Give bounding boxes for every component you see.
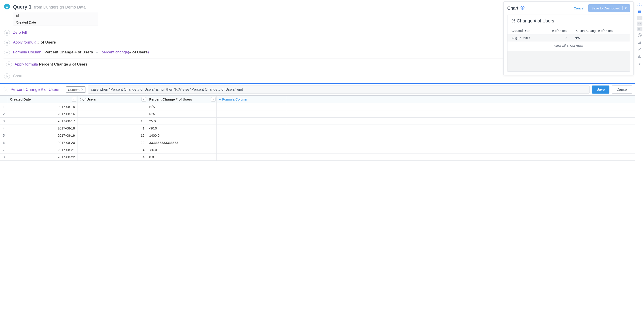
close-icon[interactable]: ✕ bbox=[81, 87, 84, 92]
datasource-icon bbox=[4, 3, 10, 9]
cell-pct[interactable]: 25.0 bbox=[147, 117, 216, 125]
save-to-dashboard-label: Save to Dashboard bbox=[592, 6, 620, 10]
cell-pct[interactable]: 0.0 bbox=[147, 153, 216, 160]
card-12plus-icon[interactable]: 12+ bbox=[637, 21, 642, 25]
cell-users[interactable]: 0 bbox=[77, 103, 147, 110]
cell-pct[interactable]: N/A bbox=[147, 103, 216, 110]
formula-name[interactable]: Percent Change # of Users bbox=[10, 87, 59, 92]
cell-pct[interactable]: 1400.0 bbox=[147, 132, 216, 139]
save-button[interactable]: Save bbox=[592, 85, 610, 94]
chart-step-label: Chart bbox=[13, 74, 22, 78]
cell-empty bbox=[216, 125, 286, 132]
col-header-pct[interactable]: Percent Change # of Users▾ bbox=[147, 96, 216, 103]
cell-users[interactable]: 20 bbox=[77, 139, 147, 146]
cell-users[interactable]: 8 bbox=[77, 110, 147, 117]
chevron-down-icon[interactable]: ▾ bbox=[211, 97, 216, 102]
svg-point-0 bbox=[6, 5, 8, 6]
chart-cell-users: 0 bbox=[542, 34, 570, 41]
fx-icon: fx bbox=[6, 61, 12, 67]
cell-empty bbox=[216, 110, 286, 117]
cell-empty bbox=[286, 132, 635, 139]
formula-type-chip[interactable]: Custom ✕ bbox=[66, 86, 86, 93]
svg-rect-5 bbox=[638, 12, 641, 13]
cell-users[interactable]: 4 bbox=[77, 153, 147, 160]
row-number: 2 bbox=[0, 110, 8, 117]
row-number: 3 bbox=[0, 117, 8, 125]
cell-date[interactable]: 2017-08-15 bbox=[8, 103, 77, 110]
pie-chart-icon[interactable] bbox=[637, 32, 643, 38]
cell-pct[interactable]: N/A bbox=[147, 110, 216, 117]
cell-empty bbox=[286, 139, 635, 146]
cell-date[interactable]: 2017-08-20 bbox=[8, 139, 77, 146]
chart-col-users: # of Users bbox=[542, 27, 570, 34]
chart-col-pct: Percent Change # of Users bbox=[570, 27, 630, 34]
cell-pct[interactable]: -80.0 bbox=[147, 146, 216, 153]
cell-date[interactable]: 2017-08-22 bbox=[8, 153, 77, 160]
line-chart-icon[interactable] bbox=[637, 47, 643, 52]
apply-formula-col: Percent Change # of Users bbox=[39, 62, 88, 66]
table-row: 12017-08-150N/A bbox=[0, 103, 635, 110]
chart-panel: Chart Cancel Save to Dashboard ▾ % Chang… bbox=[504, 1, 634, 75]
cell-users[interactable]: 1 bbox=[77, 125, 147, 132]
card-12-icon[interactable]: 12 bbox=[637, 16, 642, 20]
right-rail: ✦AUTO 12 12+ ▾ bbox=[635, 0, 644, 320]
col-header-created-date[interactable]: Created Date▾ bbox=[8, 96, 77, 103]
chart-cell-date: Aug 15, 2017 bbox=[508, 34, 542, 41]
formula-bar: fx Percent Change # of Users = Custom ✕ … bbox=[0, 83, 635, 96]
table-row: 22017-08-168N/A bbox=[0, 110, 635, 117]
chevron-down-icon[interactable]: ▾ bbox=[72, 97, 76, 102]
formula-arg: # of Users bbox=[129, 50, 148, 54]
table-row: 32017-08-171025.0 bbox=[0, 117, 635, 125]
formula-close: ) bbox=[148, 50, 149, 54]
row-number: 8 bbox=[0, 153, 8, 160]
cell-date[interactable]: 2017-08-21 bbox=[8, 146, 77, 153]
table-row: 72017-08-214-80.0 bbox=[0, 146, 635, 153]
cell-empty bbox=[216, 103, 286, 110]
zero-fill-icon: ∅ bbox=[4, 30, 10, 36]
col-header-users[interactable]: # of Users▾ bbox=[77, 96, 147, 103]
field-created-date[interactable]: Created Date bbox=[13, 19, 98, 25]
field-id[interactable]: Id bbox=[13, 12, 98, 19]
progress-bar-icon[interactable] bbox=[637, 27, 642, 31]
from-label: from bbox=[34, 5, 42, 9]
gear-icon[interactable] bbox=[520, 6, 524, 10]
table-view-icon[interactable] bbox=[637, 9, 643, 15]
cell-date[interactable]: 2017-08-19 bbox=[8, 132, 77, 139]
datasource-name: Dundersign Demo Data bbox=[43, 5, 86, 9]
query-name: Query 1 bbox=[13, 4, 32, 10]
auto-icon[interactable]: ✦AUTO bbox=[637, 2, 643, 8]
cell-users[interactable]: 15 bbox=[77, 132, 147, 139]
cell-empty bbox=[216, 153, 286, 160]
cell-empty bbox=[216, 146, 286, 153]
table-row: 62017-08-202033.3333333333333 bbox=[0, 139, 635, 146]
formula-column-label: Formula Column bbox=[13, 50, 41, 54]
cell-users[interactable]: 10 bbox=[77, 117, 147, 125]
cell-pct[interactable]: -90.0 bbox=[147, 125, 216, 132]
empty-col bbox=[286, 96, 635, 103]
chart-col-created-date: Created Date bbox=[508, 27, 542, 34]
cell-date[interactable]: 2017-08-17 bbox=[8, 117, 77, 125]
add-formula-column[interactable]: +Formula Column bbox=[216, 96, 286, 103]
cell-pct[interactable]: 33.3333333333333 bbox=[147, 139, 216, 146]
cell-users[interactable]: 4 bbox=[77, 146, 147, 153]
save-to-dashboard-button[interactable]: Save to Dashboard ▾ bbox=[588, 4, 630, 12]
svg-point-1 bbox=[522, 7, 523, 8]
cancel-button[interactable]: Cancel bbox=[612, 85, 632, 94]
more-chart-types-icon[interactable]: ▾ bbox=[637, 61, 643, 67]
area-chart-icon[interactable] bbox=[637, 39, 643, 45]
cell-date[interactable]: 2017-08-16 bbox=[8, 110, 77, 117]
row-number: 6 bbox=[0, 139, 8, 146]
chart-cell-pct: N/A bbox=[570, 34, 630, 41]
bar-chart-icon[interactable] bbox=[637, 54, 643, 60]
fx-icon: fx bbox=[3, 87, 8, 92]
formula-input[interactable] bbox=[88, 85, 590, 94]
pipeline: Query 1 from Dundersign Demo Data Id Cre… bbox=[0, 0, 635, 83]
chevron-down-icon[interactable]: ▾ bbox=[142, 97, 146, 102]
fx-icon: fx bbox=[4, 40, 10, 45]
view-all-rows-link[interactable]: View all 1,183 rows bbox=[508, 41, 630, 51]
cell-empty bbox=[286, 110, 635, 117]
cell-date[interactable]: 2017-08-18 bbox=[8, 125, 77, 132]
chart-cancel-link[interactable]: Cancel bbox=[574, 6, 584, 10]
cell-empty bbox=[216, 132, 286, 139]
table-row: 82017-08-2240.0 bbox=[0, 153, 635, 160]
